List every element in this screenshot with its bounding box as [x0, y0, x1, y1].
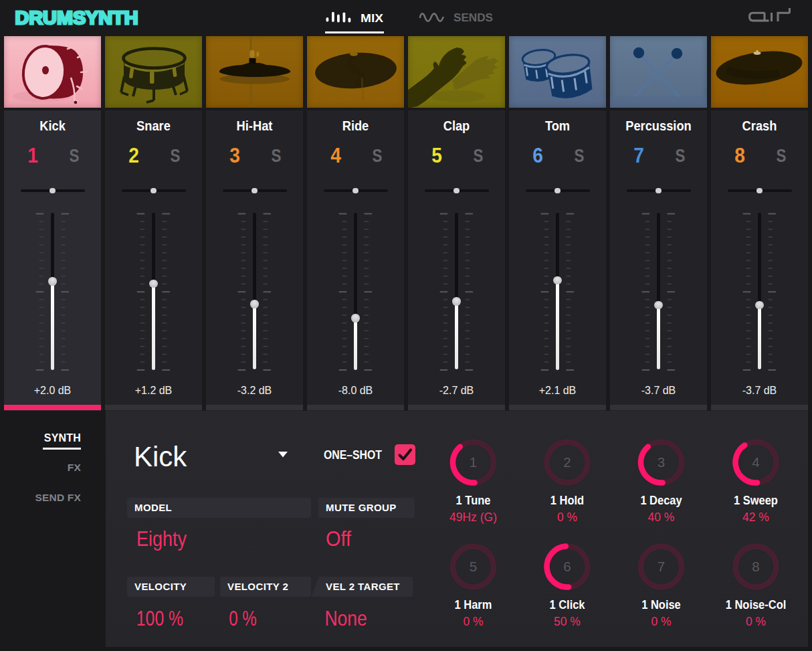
- svg-text:0 %: 0 %: [746, 615, 766, 628]
- svg-text:0 %: 0 %: [463, 615, 483, 628]
- svg-text:1 Tune: 1 Tune: [456, 493, 491, 507]
- svg-text:ONE–SHOT: ONE–SHOT: [324, 448, 382, 462]
- svg-text:0 %: 0 %: [229, 606, 257, 630]
- svg-text:50 %: 50 %: [554, 615, 581, 628]
- svg-text:1 Click: 1 Click: [549, 597, 585, 612]
- svg-text:4: 4: [752, 454, 759, 470]
- svg-text:49Hz (G): 49Hz (G): [449, 510, 497, 524]
- svg-text:0 %: 0 %: [651, 615, 671, 628]
- svg-text:1: 1: [470, 454, 477, 470]
- svg-text:1 Noise: 1 Noise: [641, 597, 681, 612]
- svg-text:1 Noise-Col: 1 Noise-Col: [726, 597, 787, 612]
- svg-text:3: 3: [657, 454, 665, 470]
- svg-text:SENDS: SENDS: [453, 12, 493, 23]
- svg-text:None: None: [324, 606, 367, 630]
- svg-text:1 Harm: 1 Harm: [455, 597, 492, 612]
- svg-text:1 Decay: 1 Decay: [640, 493, 682, 507]
- svg-text:MIX: MIX: [361, 12, 384, 25]
- svg-text:100 %: 100 %: [136, 606, 183, 630]
- svg-text:Eighty: Eighty: [136, 527, 187, 551]
- svg-text:1 Sweep: 1 Sweep: [734, 493, 778, 507]
- svg-text:2: 2: [563, 454, 571, 470]
- svg-text:8: 8: [752, 559, 759, 574]
- svg-text:5: 5: [470, 559, 477, 574]
- svg-text:7: 7: [657, 559, 665, 574]
- svg-text:42 %: 42 %: [742, 510, 769, 524]
- svg-text:Off: Off: [326, 527, 351, 551]
- svg-text:Kick: Kick: [134, 441, 187, 472]
- svg-text:0 %: 0 %: [557, 510, 577, 524]
- svg-text:1 Hold: 1 Hold: [550, 493, 584, 507]
- svg-text:40 %: 40 %: [648, 510, 675, 524]
- svg-text:6: 6: [563, 559, 571, 574]
- svg-text:DRUMSYNTH: DRUMSYNTH: [15, 7, 138, 28]
